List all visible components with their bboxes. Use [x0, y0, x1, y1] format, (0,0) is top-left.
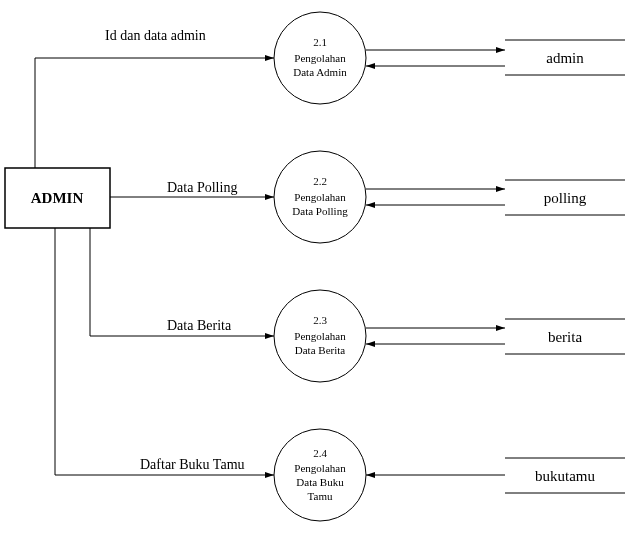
- process-2-4-l1: Pengolahan: [294, 462, 346, 474]
- process-2-1-l1: Pengolahan: [294, 52, 346, 64]
- flow-data-polling: Data Polling: [110, 180, 274, 197]
- flow-3-label: Data Berita: [167, 318, 232, 333]
- datastore-berita: berita: [505, 319, 625, 354]
- process-2-4-num: 2.4: [313, 447, 327, 459]
- datastore-admin-label: admin: [546, 50, 584, 66]
- flow-1-label: Id dan data admin: [105, 28, 206, 43]
- process-2-2-num: 2.2: [313, 175, 327, 187]
- process-2-1-l2: Data Admin: [293, 66, 347, 78]
- process-2-1-num: 2.1: [313, 36, 327, 48]
- datastore-admin: admin: [505, 40, 625, 75]
- flow-id-data-admin: Id dan data admin: [35, 28, 274, 168]
- process-2-1: 2.1 Pengolahan Data Admin: [274, 12, 366, 104]
- process-2-4-l2: Data Buku: [296, 476, 344, 488]
- process-2-2: 2.2 Pengolahan Data Polling: [274, 151, 366, 243]
- svg-point-4: [274, 429, 366, 521]
- process-2-3-l1: Pengolahan: [294, 330, 346, 342]
- flow-2-label: Data Polling: [167, 180, 237, 195]
- dfd-diagram: ADMIN 2.1 Pengolahan Data Admin 2.2 Peng…: [0, 0, 637, 548]
- datastore-bukutamu-label: bukutamu: [535, 468, 595, 484]
- flow-data-berita: Data Berita: [90, 228, 274, 336]
- link-2-1-admin: [366, 50, 505, 66]
- process-2-4-l3: Tamu: [308, 490, 333, 502]
- link-2-3-berita: [366, 328, 505, 344]
- datastore-polling-label: polling: [544, 190, 587, 206]
- process-2-2-l2: Data Polling: [292, 205, 348, 217]
- process-2-4: 2.4 Pengolahan Data Buku Tamu: [274, 429, 366, 521]
- process-2-3: 2.3 Pengolahan Data Berita: [274, 290, 366, 382]
- process-2-2-l1: Pengolahan: [294, 191, 346, 203]
- datastore-berita-label: berita: [548, 329, 582, 345]
- link-2-2-polling: [366, 189, 505, 205]
- entity-admin: ADMIN: [5, 168, 110, 228]
- process-2-3-num: 2.3: [313, 314, 327, 326]
- datastore-bukutamu: bukutamu: [505, 458, 625, 493]
- process-2-3-l2: Data Berita: [295, 344, 346, 356]
- flow-4-label: Daftar Buku Tamu: [140, 457, 245, 472]
- flow-daftar-buku-tamu: Daftar Buku Tamu: [55, 228, 274, 475]
- entity-admin-label: ADMIN: [31, 190, 84, 206]
- datastore-polling: polling: [505, 180, 625, 215]
